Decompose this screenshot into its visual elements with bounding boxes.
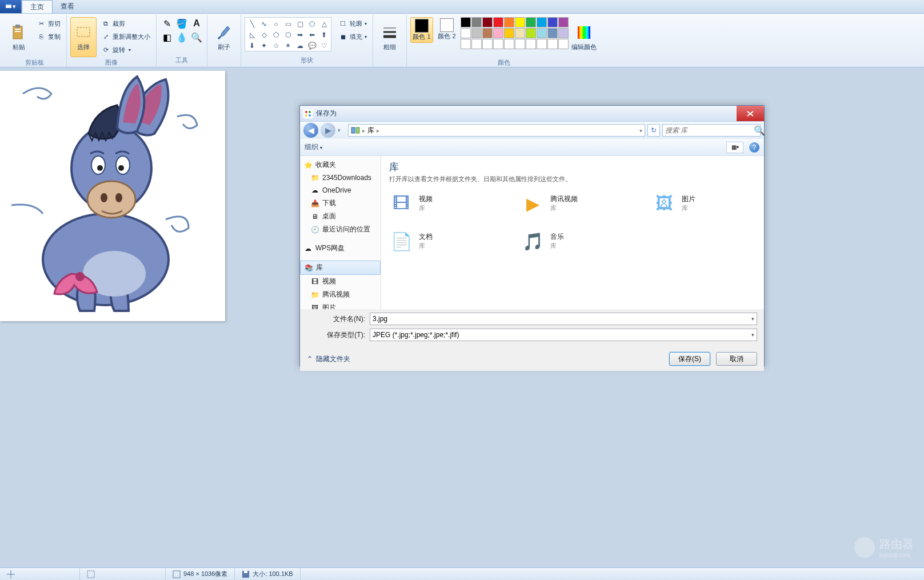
content-pane[interactable]: 库 打开库以查看文件并根据文件夹、日期和其他属性排列这些文件。 🎞视频库▶腾讯视… (381, 156, 764, 309)
library-item[interactable]: 🖼图片库 (652, 191, 749, 215)
cut-button[interactable]: ✂剪切 (34, 17, 63, 30)
shape-arrowr-icon[interactable]: ➡ (294, 30, 306, 40)
color-swatch[interactable] (515, 39, 525, 49)
address-breadcrumb[interactable]: ▸ 库 ▸ ▾ (348, 124, 645, 137)
bucket-tool-icon[interactable]: 🪣 (175, 17, 189, 30)
edit-colors-button[interactable]: 编辑颜色 (571, 17, 597, 57)
shape-oval-icon[interactable]: ○ (270, 19, 282, 29)
size-button[interactable]: 粗细 (377, 17, 403, 57)
color-swatch[interactable] (537, 17, 547, 27)
pencil-tool-icon[interactable]: ✎ (160, 17, 174, 30)
nav-item[interactable]: 🖼图片 (300, 301, 381, 309)
nav-back-button[interactable]: ◀ (303, 123, 318, 138)
color-swatch[interactable] (558, 28, 569, 38)
shape-curve-icon[interactable]: ∿ (258, 19, 270, 29)
eraser-tool-icon[interactable]: ◧ (160, 31, 174, 43)
resize-button[interactable]: ⤢重新调整大小 (99, 30, 153, 43)
shape-roundrect-icon[interactable]: ▢ (294, 19, 306, 29)
breadcrumb-dropdown[interactable]: ▾ (639, 127, 642, 134)
color-swatch[interactable] (471, 28, 482, 38)
shape-fill-button[interactable]: ◼填充▾ (336, 30, 369, 43)
color-swatch[interactable] (504, 17, 514, 27)
color-swatch[interactable] (461, 28, 471, 38)
color-swatch[interactable] (504, 39, 514, 49)
dialog-close-button[interactable] (737, 106, 764, 121)
color-swatch[interactable] (515, 28, 525, 38)
brushes-button[interactable]: 刷子 (211, 17, 237, 57)
rotate-button[interactable]: ⟳旋转▾ (99, 43, 153, 56)
color-swatch[interactable] (461, 17, 471, 27)
nav-item[interactable]: ☁OneDrive (300, 184, 381, 197)
shape-triangle-icon[interactable]: △ (318, 19, 330, 29)
eyedropper-tool-icon[interactable]: 💧 (175, 31, 189, 43)
color-swatch[interactable] (482, 28, 493, 38)
color-swatch[interactable] (558, 17, 569, 27)
color-swatch[interactable] (493, 28, 503, 38)
color-swatch[interactable] (461, 39, 471, 49)
color2-button[interactable]: 颜色 2 (435, 17, 458, 42)
shape-star4-icon[interactable]: ✦ (258, 41, 270, 51)
text-tool-icon[interactable]: A (190, 17, 203, 30)
library-item[interactable]: 🎵音乐库 (521, 229, 618, 253)
library-item[interactable]: ▶腾讯视频库 (521, 191, 618, 215)
nav-item[interactable]: 📁腾讯视频 (300, 288, 381, 301)
shape-diamond-icon[interactable]: ◇ (258, 30, 270, 40)
nav-item[interactable]: 🕘最近访问的位置 (300, 223, 381, 236)
nav-item[interactable]: 🎞视频 (300, 275, 381, 288)
library-item[interactable]: 📄文档库 (389, 229, 486, 253)
magnifier-tool-icon[interactable]: 🔍 (190, 31, 203, 43)
color-swatch[interactable] (547, 17, 558, 27)
color-swatch[interactable] (526, 17, 536, 27)
shape-callout-icon[interactable]: ☁ (294, 41, 306, 51)
shape-arrowd-icon[interactable]: ⬇ (246, 41, 258, 51)
color-swatch[interactable] (547, 39, 558, 49)
paste-button[interactable]: 粘贴 (6, 17, 32, 57)
nav-forward-button[interactable]: ▶ (321, 123, 335, 138)
shape-arrowu-icon[interactable]: ⬆ (318, 30, 330, 40)
nav-item[interactable]: 📁2345Downloads (300, 171, 381, 184)
organize-button[interactable]: 组织 ▾ (305, 142, 322, 152)
nav-libraries[interactable]: 📚库 (300, 261, 381, 275)
shape-star6-icon[interactable]: ✶ (282, 41, 294, 51)
shape-heart-icon[interactable]: ♡ (318, 41, 330, 51)
color-swatch[interactable] (547, 28, 558, 38)
search-box[interactable]: 🔍 (662, 124, 761, 137)
nav-item[interactable]: 📥下载 (300, 197, 381, 210)
shape-outline-button[interactable]: ☐轮廓▾ (336, 17, 369, 30)
save-button[interactable]: 保存(S) (669, 352, 710, 366)
shape-line-icon[interactable]: ╲ (246, 19, 258, 29)
navigation-pane[interactable]: ⭐收藏夹 📁2345Downloads ☁OneDrive 📥下载 🖥桌面 🕘最… (300, 156, 381, 309)
color-swatch[interactable] (493, 39, 503, 49)
select-button[interactable]: 选择 (70, 17, 97, 57)
shape-arrowl-icon[interactable]: ⬅ (306, 30, 318, 40)
chevron-down-icon[interactable]: ▾ (751, 332, 754, 338)
shapes-gallery[interactable]: ╲∿○▭▢⬠△ ◺◇⬠⬡➡⬅⬆ ⬇✦☆✶☁💬♡ (245, 17, 331, 51)
color-swatch[interactable] (537, 39, 547, 49)
crop-button[interactable]: ⧉裁剪 (99, 17, 153, 30)
shape-rect-icon[interactable]: ▭ (282, 19, 294, 29)
chevron-down-icon[interactable]: ▾ (751, 316, 754, 322)
search-icon[interactable]: 🔍 (754, 125, 765, 136)
color-swatch[interactable] (526, 28, 536, 38)
color-swatch[interactable] (504, 28, 514, 38)
file-menu-tab[interactable]: ▾ (0, 0, 22, 13)
copy-button[interactable]: ⎘复制 (34, 30, 63, 43)
tab-view[interactable]: 查看 (53, 0, 82, 13)
shape-star5-icon[interactable]: ☆ (270, 41, 282, 51)
nav-history-button[interactable]: ▾ (338, 127, 346, 133)
color-swatch[interactable] (493, 17, 503, 27)
tab-home[interactable]: 主页 (22, 0, 53, 13)
nav-wps[interactable]: ☁WPS网盘 (300, 242, 381, 255)
color-swatch[interactable] (482, 39, 493, 49)
color-swatch[interactable] (471, 17, 482, 27)
dialog-titlebar[interactable]: 保存为 (300, 106, 764, 122)
shape-pentagon-icon[interactable]: ⬠ (270, 30, 282, 40)
color-swatch[interactable] (558, 39, 569, 49)
canvas[interactable] (0, 71, 225, 321)
color-swatch[interactable] (526, 39, 536, 49)
search-input[interactable] (663, 126, 754, 134)
color-swatch[interactable] (515, 17, 525, 27)
filename-input[interactable]: 3.jpg▾ (370, 313, 757, 325)
hide-folders-button[interactable]: ⌃隐藏文件夹 (307, 354, 350, 364)
shape-callout2-icon[interactable]: 💬 (306, 41, 318, 51)
